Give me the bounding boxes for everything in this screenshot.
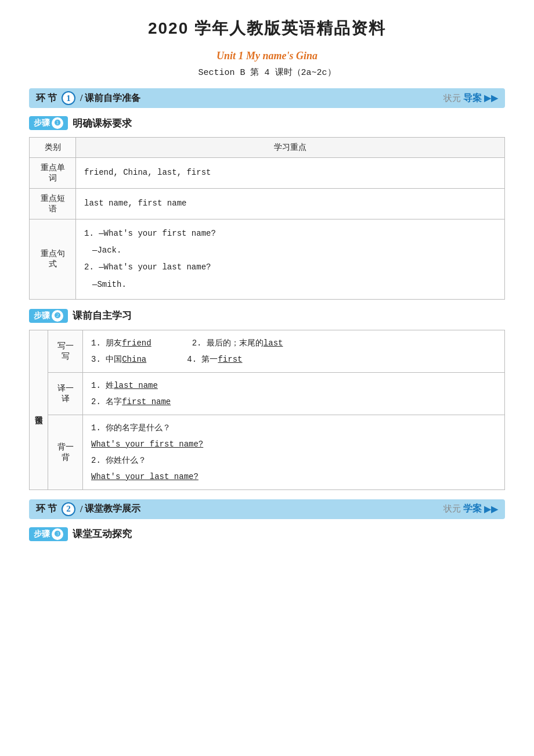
section-bar-1-slash: /	[80, 93, 82, 103]
table1-row3-label: 重点句式	[30, 219, 76, 300]
table1-row2-content: last name, first name	[76, 189, 505, 219]
standard-table: 类别 学习重点 重点单词 friend, China, last, first …	[29, 137, 505, 300]
step2-badge: 步骤 ❷	[29, 309, 68, 323]
table1-col2-header: 学习重点	[76, 138, 505, 158]
table1-row3-content: 1. —What's your first name? —Jack. 2. —W…	[76, 219, 505, 300]
section-bar-1-num: 1	[62, 91, 75, 105]
step1-num: ❶	[52, 117, 63, 129]
step1-header: 步骤 ❶ 明确课标要求	[29, 116, 505, 130]
table1-row1-content: friend, China, last, first	[76, 158, 505, 189]
subtitle: Unit 1 My name's Gina	[29, 50, 505, 62]
section-bar-2-right: 状元 学案 ▶▶	[443, 503, 498, 515]
preview-sub-translate: 译一译	[48, 372, 83, 415]
step2-header: 步骤 ❷ 课前自主学习	[29, 309, 505, 323]
table1-row1-label: 重点单词	[30, 158, 76, 189]
table-row: 重点短语 last name, first name	[30, 189, 505, 219]
section-bar-2-slash: /	[80, 504, 82, 514]
section-label: Section B 第 4 课时（2a~2c）	[29, 67, 505, 78]
section-bar-2-num: 2	[62, 502, 75, 516]
preview-data-write: 1. 朋友friend 2. 最后的；末尾的last 3. 中国China 4.…	[83, 330, 505, 372]
step3-badge-text: 步骤	[34, 529, 50, 539]
section-bar-1-right: 状元 导案 ▶▶	[443, 92, 498, 105]
section-bar-1-left: 环 节 1 / 课前自学准备	[36, 91, 140, 105]
table-row: 重点句式 1. —What's your first name? —Jack. …	[30, 219, 505, 300]
preview-data-memorize: 1. 你的名字是什么？ What's your first name? 2. 你…	[83, 415, 505, 489]
step2-badge-text: 步骤	[34, 311, 50, 321]
step1-title: 明确课标要求	[73, 117, 132, 130]
step3-title: 课堂互动探究	[73, 527, 132, 541]
preview-sub-memorize: 背一背	[48, 415, 83, 489]
section-bar-1: 环 节 1 / 课前自学准备 状元 导案 ▶▶	[29, 88, 505, 108]
main-title: 2020 学年人教版英语精品资料	[29, 17, 505, 39]
section-bar-2-left: 环 节 2 / 课堂教学展示	[36, 502, 140, 516]
table-row: 重点单词 friend, China, last, first	[30, 158, 505, 189]
section-bar-2-env-text: 环 节	[36, 503, 57, 515]
arrow-icon-1: ▶▶	[484, 93, 498, 103]
arrow-icon-2: ▶▶	[484, 504, 498, 514]
jue-yuan-label-1: 状元	[443, 93, 461, 104]
step3-badge: 步骤 ❸	[29, 527, 68, 541]
preview-row-write: 课前预习 写一写 1. 朋友friend 2. 最后的；末尾的last 3. 中…	[30, 330, 505, 372]
preview-data-translate: 1. 姓last name 2. 名字first name	[83, 372, 505, 415]
jue-yuan-label-2: 状元	[443, 503, 461, 514]
table1-col1-header: 类别	[30, 138, 76, 158]
preview-sub-write: 写一写	[48, 330, 83, 372]
step3-num: ❸	[52, 528, 63, 540]
step2-title: 课前自主学习	[73, 309, 132, 322]
step2-num: ❷	[52, 310, 63, 322]
xue-an-label-1: 导案	[463, 92, 482, 105]
section-bar-1-title: 课前自学准备	[85, 92, 140, 105]
section-bar-2: 环 节 2 / 课堂教学展示 状元 学案 ▶▶	[29, 499, 505, 519]
preview-table: 课前预习 写一写 1. 朋友friend 2. 最后的；末尾的last 3. 中…	[29, 330, 505, 490]
step1-badge: 步骤 ❶	[29, 116, 68, 130]
preview-row-translate: 译一译 1. 姓last name 2. 名字first name	[30, 372, 505, 415]
xue-an-label-2: 学案	[463, 503, 482, 515]
section-bar-1-env-text: 环 节	[36, 92, 57, 105]
section-bar-2-title: 课堂教学展示	[85, 503, 140, 515]
step1-badge-text: 步骤	[34, 118, 50, 128]
step3-header: 步骤 ❸ 课堂互动探究	[29, 527, 505, 541]
table1-row2-label: 重点短语	[30, 189, 76, 219]
preview-row-memorize: 背一背 1. 你的名字是什么？ What's your first name? …	[30, 415, 505, 489]
preview-type-label: 课前预习	[30, 330, 48, 489]
